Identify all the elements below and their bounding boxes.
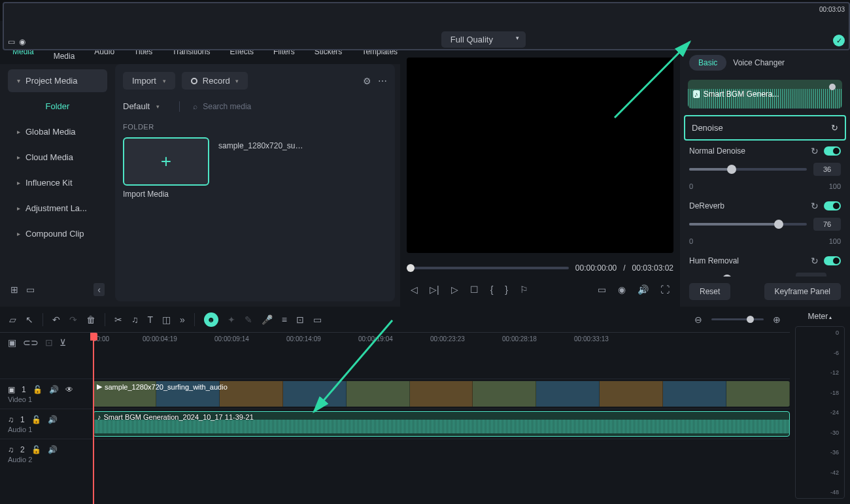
delete-icon[interactable]: 🗑 — [86, 314, 95, 325]
denoise-section-header[interactable]: Denoise ↻ — [684, 115, 846, 141]
audio-track-2[interactable] — [90, 439, 790, 469]
select-icon[interactable]: ↖ — [26, 314, 33, 325]
track-header-video1[interactable]: ▣1🔓🔊👁 Video 1 — [0, 378, 90, 409]
display-icon[interactable]: ▭ — [598, 284, 606, 295]
pointer-icon[interactable]: ▱ — [9, 314, 16, 325]
undo-icon[interactable]: ↶ — [52, 314, 60, 325]
reset-icon[interactable]: ↻ — [831, 123, 838, 133]
collapse-sidebar-icon[interactable]: ‹ — [94, 283, 105, 296]
play-icon[interactable]: ▷ — [451, 284, 458, 295]
video-clip[interactable]: ▶sample_1280x720_surfing_with_audio — [93, 381, 790, 407]
media-content: Import Record▾ ⚙ ⋯ Default ⌕Search media… — [115, 64, 395, 301]
mixer-icon[interactable]: ≡ — [282, 314, 287, 325]
normal-denoise-toggle[interactable] — [824, 146, 841, 156]
mute-icon[interactable]: 🔊 — [48, 415, 58, 424]
marker2-icon[interactable]: ▭ — [313, 314, 322, 325]
music-icon[interactable]: ♫ — [131, 314, 139, 325]
wand-icon[interactable]: ✎ — [245, 314, 252, 325]
subtab-voice-changer[interactable]: Voice Changer — [733, 58, 785, 67]
more-icon[interactable]: ⋯ — [378, 76, 387, 86]
prev-frame-icon[interactable]: ◁ — [411, 284, 418, 295]
zoom-slider[interactable] — [711, 318, 764, 320]
video-badge-icon: ▭ — [8, 37, 15, 46]
filter-icon[interactable]: ⚙ — [363, 76, 371, 86]
dereverb-label: DeReverb — [689, 201, 724, 210]
crop-icon[interactable]: ◫ — [162, 314, 171, 325]
marker-icon[interactable]: ⚐ — [520, 284, 528, 295]
search-input[interactable]: ⌕Search media — [190, 99, 387, 114]
dereverb-toggle[interactable] — [824, 201, 841, 210]
timecode-current: 00:00:00:00 — [575, 263, 617, 273]
sidebar-folder[interactable]: Folder — [8, 95, 107, 118]
normal-denoise-value[interactable]: 36 — [813, 163, 841, 176]
link-icon[interactable]: ⊡ — [296, 314, 304, 325]
sidebar-adjustment-layer[interactable]: ▸Adjustment La... — [8, 197, 107, 220]
reset-icon[interactable]: ↻ — [811, 256, 819, 266]
sidebar-project-media[interactable]: ▾Project Media — [8, 69, 107, 92]
ai-face-icon[interactable]: ☻ — [204, 312, 218, 327]
timecode-total: 00:03:03:02 — [632, 263, 673, 273]
record-dropdown[interactable]: Record▾ — [182, 72, 248, 90]
scrub-bar[interactable] — [407, 267, 569, 269]
sidebar-influence-kit[interactable]: ▸Influence Kit — [8, 171, 107, 194]
dereverb-slider[interactable] — [689, 223, 807, 226]
audio-track-1[interactable]: ♪Smart BGM Generation_2024_10_17 11-39-2… — [90, 409, 790, 439]
hum-removal-toggle[interactable] — [824, 256, 841, 265]
zoom-in-icon[interactable]: ⊕ — [773, 314, 781, 325]
audio-clip[interactable]: ♪Smart BGM Generation_2024_10_17 11-39-2… — [93, 411, 790, 437]
magnet-icon[interactable]: ⊻ — [60, 337, 66, 348]
keyframe-panel-button[interactable]: Keyframe Panel — [764, 283, 841, 300]
lock-icon[interactable]: 🔓 — [31, 445, 41, 454]
normal-denoise-label: Normal Denoise — [689, 146, 745, 156]
stop-icon[interactable]: ☐ — [470, 284, 479, 295]
new-folder-icon[interactable]: ⊞ — [10, 284, 18, 295]
volume-icon[interactable]: 🔊 — [638, 284, 649, 295]
lock-icon[interactable]: 🔓 — [31, 415, 41, 424]
track-tool1-icon[interactable]: ▣ — [8, 337, 16, 348]
subtab-basic[interactable]: Basic — [689, 55, 726, 71]
more-tools-icon[interactable]: » — [180, 314, 185, 325]
track-header-audio2[interactable]: ♫2🔓🔊 Audio 2 — [0, 439, 90, 469]
quality-dropdown[interactable]: Full Quality — [441, 31, 526, 48]
redo-icon[interactable]: ↷ — [69, 314, 77, 325]
eye-icon[interactable]: 👁 — [65, 385, 73, 394]
lock-icon[interactable]: 🔓 — [33, 385, 42, 394]
dereverb-value[interactable]: 76 — [813, 218, 841, 231]
mute-icon[interactable]: 🔊 — [48, 445, 58, 454]
audio-clip-preview[interactable]: ♪ Smart BGM Genera... — [688, 80, 842, 109]
mark-in-icon[interactable]: { — [490, 284, 494, 295]
mark-out-icon[interactable]: } — [505, 284, 508, 295]
fullscreen-icon[interactable]: ⛶ — [660, 284, 670, 295]
text-icon[interactable]: T — [148, 314, 154, 325]
video-track-1[interactable]: ▶sample_1280x720_surfing_with_audio — [90, 378, 790, 409]
reset-button[interactable]: Reset — [689, 283, 730, 300]
split-icon[interactable]: ✂ — [114, 314, 122, 325]
zoom-out-icon[interactable]: ⊖ — [694, 314, 702, 325]
import-media-tile[interactable]: + Import Media — [123, 137, 209, 199]
mic-icon[interactable]: 🎤 — [262, 314, 273, 325]
preview-video[interactable] — [407, 58, 673, 253]
timeline-ruler[interactable]: 00:00 00:00:04:19 00:00:09:14 00:00:14:0… — [90, 333, 790, 352]
timeline-toolbar: ▱ ↖ ↶ ↷ 🗑 ✂ ♫ T ◫ » ☻ ✦ ✎ 🎤 ≡ ⊡ ▭ ⊖ ⊕ — [0, 307, 790, 333]
play-pause-icon[interactable]: ▷| — [430, 284, 439, 295]
sort-dropdown[interactable]: Default — [123, 97, 169, 115]
snapshot-icon[interactable]: ◉ — [618, 284, 626, 295]
sidebar-cloud-media[interactable]: ▸Cloud Media — [8, 146, 107, 169]
folder-icon[interactable]: ▭ — [26, 284, 35, 295]
normal-denoise-slider[interactable] — [689, 168, 807, 171]
playhead[interactable] — [93, 333, 94, 504]
reset-icon[interactable]: ↻ — [811, 146, 819, 156]
sidebar-compound-clip[interactable]: ▸Compound Clip — [8, 222, 107, 245]
sparkle-icon[interactable]: ✦ — [228, 314, 235, 325]
clip-handle-icon[interactable] — [829, 84, 836, 90]
track-tool3-icon[interactable]: ⊡ — [45, 337, 53, 348]
timeline-tracks[interactable]: 00:00 00:00:04:19 00:00:09:14 00:00:14:0… — [90, 333, 790, 504]
meter-dropdown[interactable]: Meter — [795, 312, 845, 321]
track-tool2-icon[interactable]: ⊂⊃ — [23, 337, 39, 348]
track-header-audio1[interactable]: ♫1🔓🔊 Audio 1 — [0, 409, 90, 439]
mute-icon[interactable]: 🔊 — [49, 385, 59, 394]
media-clip-tile[interactable]: 00:03:03 ▭◉ ✓ sample_1280x720_surf... — [218, 137, 305, 199]
sidebar-global-media[interactable]: ▸Global Media — [8, 120, 107, 143]
reset-icon[interactable]: ↻ — [811, 201, 819, 211]
import-dropdown[interactable]: Import — [123, 72, 175, 90]
